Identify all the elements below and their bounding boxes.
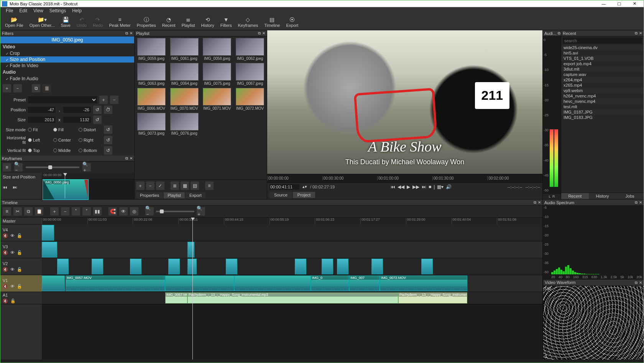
eye-icon[interactable]: 👁 <box>10 284 15 289</box>
clip[interactable] <box>165 276 234 291</box>
playlist-add-button[interactable]: ＋ <box>136 182 145 190</box>
playlist-item[interactable]: IMG_0063.jpeg <box>136 63 167 86</box>
recent-button[interactable]: ◔Recent <box>159 16 179 28</box>
panel-undock-icon[interactable]: ⧉ <box>125 156 128 160</box>
redo-button[interactable]: ↷Redo <box>90 16 106 28</box>
kf-zoom-slider[interactable] <box>26 167 79 168</box>
clip[interactable] <box>92 259 103 274</box>
mute-icon[interactable]: 🔇 <box>3 233 8 238</box>
preview-ruler[interactable]: 00:00:00:00 00:00:30:00 00:01:00:00 00:0… <box>267 174 542 182</box>
vfit-top[interactable]: Top <box>28 148 51 153</box>
undo-button[interactable]: ↶Undo <box>74 16 90 28</box>
preset-select[interactable] <box>28 96 97 103</box>
timeline-ruler[interactable]: 00:00:00:0000:00:11:0300:00:22:0600:00:3… <box>42 218 542 224</box>
recent-item[interactable]: hiri5.avi <box>561 50 644 56</box>
clip[interactable] <box>187 259 197 274</box>
peak-meter-button[interactable]: ≡Peak Meter <box>106 16 133 28</box>
playlist-item[interactable]: IMG_0058.jpeg <box>202 38 233 61</box>
clip[interactable] <box>42 225 54 241</box>
clip[interactable] <box>168 259 180 274</box>
preset-remove-button[interactable]: － <box>110 96 118 104</box>
tl-zoom-slider[interactable] <box>156 211 194 212</box>
panel-close-icon[interactable]: ✕ <box>639 200 642 205</box>
recent-item[interactable]: wide25-cinema.dv <box>561 45 644 50</box>
panel-undock-icon[interactable]: ⧉ <box>258 31 261 35</box>
filter-fade-in-audio[interactable]: Fade In Audio <box>0 76 134 82</box>
playlist-view-detail-button[interactable]: ▤ <box>191 182 199 190</box>
tl-copy-button[interactable]: ⧉ <box>24 207 33 216</box>
preview-viewport[interactable]: 211 A Bike Show This Ducati by Michael W… <box>267 30 542 174</box>
eye-icon[interactable]: 👁 <box>10 233 15 238</box>
clip[interactable]: IMG_0 <box>311 276 349 291</box>
clip[interactable] <box>42 242 57 257</box>
playlist-button[interactable]: ≣Playlist <box>179 16 198 28</box>
track-head-a1[interactable]: A1🔇🔓 <box>0 292 42 304</box>
tl-zoom-out-button[interactable]: 🔍－ <box>145 207 154 216</box>
recent-item[interactable]: x264.mp4 <box>561 77 644 82</box>
hfit-reset-button[interactable]: ↺ <box>104 136 112 144</box>
clip[interactable] <box>295 259 306 274</box>
size-mode-distort[interactable]: Distort <box>79 127 102 132</box>
kf-zoom-in-button[interactable]: 🔍＋ <box>82 163 91 172</box>
grid-button[interactable]: ▦▾ <box>437 184 444 190</box>
tab-recent[interactable]: Recent <box>561 193 589 199</box>
recent-item[interactable]: hevc_nvenc.mp4 <box>561 99 644 104</box>
panel-close-icon[interactable]: ✕ <box>639 31 642 35</box>
tab-properties[interactable]: Properties <box>136 192 163 198</box>
eye-icon[interactable]: 👁 <box>10 267 15 272</box>
size-mode-reset-button[interactable]: ↺ <box>104 125 112 134</box>
skip-end-button[interactable]: ⏭ <box>422 184 426 190</box>
recent-item[interactable]: test.mlt <box>561 104 644 109</box>
filters-button[interactable]: ▼Filters <box>217 16 235 28</box>
kf-zoom-out-button[interactable]: 🔍－ <box>14 163 23 172</box>
track-head-master[interactable]: Master <box>0 218 42 224</box>
timecode-input[interactable] <box>269 184 299 190</box>
tl-lift-button[interactable]: ˄ <box>72 207 80 216</box>
tl-ripple-button[interactable]: ◎ <box>130 207 138 216</box>
hfit-center[interactable]: Center <box>53 138 76 142</box>
playlist-item[interactable]: IMG_0066.MOV <box>136 88 167 111</box>
tl-cut-button[interactable]: ✂ <box>13 207 22 216</box>
hfit-right[interactable]: Right <box>79 138 102 142</box>
rewind-button[interactable]: ◀◀ <box>398 184 404 190</box>
recent-item[interactable]: IMG_0183.JPG <box>561 115 644 120</box>
track-v3[interactable] <box>42 241 542 258</box>
open-other--button[interactable]: 📁▾Open Other... <box>26 16 58 28</box>
clip-audio[interactable]: Pachyderm_-_13_-_Happy_Song_instrumental… <box>398 292 467 304</box>
panel-close-icon[interactable]: ✕ <box>130 156 133 160</box>
panel-close-icon[interactable]: ✕ <box>262 31 265 35</box>
minimize-button[interactable]: — <box>596 0 611 7</box>
size-reset-button[interactable]: ↺ <box>93 116 102 124</box>
playlist-item[interactable]: IMG_0072.MOV <box>235 88 265 111</box>
export-button[interactable]: ⦿Export <box>283 16 301 28</box>
close-button[interactable]: ✕ <box>627 0 642 7</box>
playlist-item[interactable]: IMG_0075.jpeg <box>202 63 233 86</box>
timecode-spinner[interactable]: ▴▾ <box>302 184 307 189</box>
tl-split-button[interactable]: ▮▮ <box>93 207 102 216</box>
mute-icon[interactable]: 🔇 <box>3 284 8 289</box>
volume-button[interactable]: 🔊 <box>446 184 452 190</box>
menu-edit[interactable]: Edit <box>16 8 30 13</box>
open-file-button[interactable]: 📂Open File <box>2 16 26 28</box>
panel-undock-icon[interactable]: ⧉ <box>635 31 637 35</box>
timeline-button[interactable]: ▤Timeline <box>261 16 283 28</box>
kf-menu-button[interactable]: ≡ <box>3 163 11 172</box>
timeline-playhead[interactable] <box>192 218 193 360</box>
recent-item[interactable]: capture.wav <box>561 72 644 77</box>
clip[interactable]: IMG_0072.MOV <box>380 276 467 291</box>
panel-undock-icon[interactable]: ⧉ <box>558 31 560 35</box>
recent-search-input[interactable] <box>563 38 642 44</box>
recent-item[interactable]: h264_nvenc.mp4 <box>561 93 644 99</box>
remove-filter-button[interactable]: － <box>13 84 22 92</box>
tl-zoom-in-button[interactable]: 🔍＋ <box>197 207 205 216</box>
lock-icon[interactable]: 🔓 <box>17 250 22 255</box>
lock-icon[interactable]: 🔓 <box>17 267 22 272</box>
tab-source[interactable]: Source <box>269 192 292 198</box>
playlist-check-button[interactable]: ✓ <box>156 182 164 190</box>
filter-crop[interactable]: Crop <box>0 50 134 56</box>
position-x-input[interactable] <box>28 107 56 113</box>
clip[interactable] <box>187 242 194 257</box>
panel-undock-icon[interactable]: ⧉ <box>635 280 637 285</box>
play-button[interactable]: ▶ <box>407 184 410 190</box>
copy-filter-button[interactable]: ⧉ <box>32 84 40 92</box>
